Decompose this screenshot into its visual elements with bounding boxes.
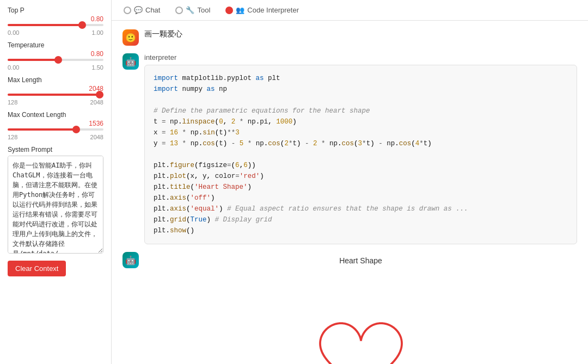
max-length-label: Max Length [8, 76, 103, 84]
heart-curve [320, 323, 402, 364]
top-p-value: 0.80 [91, 15, 103, 23]
system-prompt-textarea[interactable]: 你是一位智能AI助手，你叫ChatGLM，你连接着一台电脑，但请注意不能联网。在… [8, 156, 103, 254]
max-length-section: Max Length 2048 128 2048 [8, 76, 103, 106]
max-context-length-slider[interactable] [8, 128, 103, 131]
user-message-content: 画一颗爱心 [144, 29, 577, 39]
top-p-section: Top P 0.80 0.00 1.00 [8, 7, 103, 36]
top-p-slider-container: 0.80 0.00 1.00 [8, 16, 103, 36]
system-prompt-label: System Prompt [8, 146, 103, 153]
chat-radio [124, 7, 131, 14]
code-interpreter-label: Code Interpreter [247, 6, 299, 14]
heart-result-avatar: 🤖 [122, 252, 139, 268]
heart-title: Heart Shape [339, 256, 382, 265]
max-context-length-label: Max Context Length [8, 111, 103, 119]
max-context-length-value: 1536 [89, 120, 103, 127]
temperature-slider-container: 0.80 0.00 1.50 [8, 51, 103, 71]
wrench-icon: 🔧 [186, 6, 194, 14]
temperature-range: 0.00 1.50 [8, 64, 103, 71]
nav-item-tool[interactable]: 🔧 Tool [172, 4, 213, 16]
tool-radio [175, 7, 183, 14]
user-message-row: 🙂 画一颗爱心 [122, 29, 577, 46]
heart-section: Heart Shape [144, 252, 577, 364]
top-p-range: 0.00 1.00 [8, 29, 103, 36]
temperature-label: Temperature [8, 41, 103, 49]
max-length-range: 128 2048 [8, 99, 103, 106]
chat-content: 🙂 画一颗爱心 🤖 interpreter import matplotlib.… [112, 21, 588, 364]
max-context-length-section: Max Context Length 1536 128 2048 [8, 111, 103, 140]
assistant-message-content: interpreter import matplotlib.pyplot as … [144, 53, 577, 244]
clear-context-button[interactable]: Clear Context [8, 261, 66, 276]
code-interpreter-radio [225, 7, 233, 14]
assistant-message-row: 🤖 interpreter import matplotlib.pyplot a… [122, 53, 577, 244]
max-length-value: 2048 [89, 85, 103, 92]
top-nav: 💬 Chat 🔧 Tool 👥 Code Interpreter [112, 0, 588, 21]
tool-label: Tool [197, 6, 210, 14]
nav-item-code-interpreter[interactable]: 👥 Code Interpreter [222, 4, 302, 16]
left-panel: Top P 0.80 0.00 1.00 Temperature 0.80 0.… [0, 0, 112, 364]
max-context-length-slider-container: 1536 128 2048 [8, 121, 103, 140]
heart-result-row: 🤖 Heart Shape [122, 252, 577, 364]
chat-label: Chat [145, 6, 160, 14]
temperature-value: 0.80 [91, 50, 103, 58]
top-p-label: Top P [8, 7, 103, 14]
right-panel: 💬 Chat 🔧 Tool 👥 Code Interpreter 🙂 画一颗爱心… [112, 0, 588, 364]
system-prompt-section: System Prompt 你是一位智能AI助手，你叫ChatGLM，你连接着一… [8, 146, 103, 255]
temperature-section: Temperature 0.80 0.00 1.50 [8, 41, 103, 71]
max-context-length-range: 128 2048 [8, 134, 103, 140]
heart-result-content: Heart Shape [144, 252, 577, 364]
top-p-slider[interactable] [8, 24, 103, 26]
interpreter-label: interpreter [144, 53, 577, 61]
chat-icon: 💬 [134, 6, 143, 14]
nav-item-chat[interactable]: 💬 Chat [120, 4, 163, 16]
max-length-slider[interactable] [8, 94, 103, 96]
temperature-slider[interactable] [8, 59, 103, 61]
heart-canvas [279, 269, 443, 364]
people-icon: 👥 [236, 6, 244, 14]
user-avatar: 🙂 [122, 29, 139, 46]
code-block: import matplotlib.pyplot as plt import n… [144, 65, 577, 244]
user-message-text: 画一颗爱心 [144, 29, 577, 39]
max-length-slider-container: 2048 128 2048 [8, 86, 103, 106]
assistant-avatar: 🤖 [122, 53, 139, 70]
